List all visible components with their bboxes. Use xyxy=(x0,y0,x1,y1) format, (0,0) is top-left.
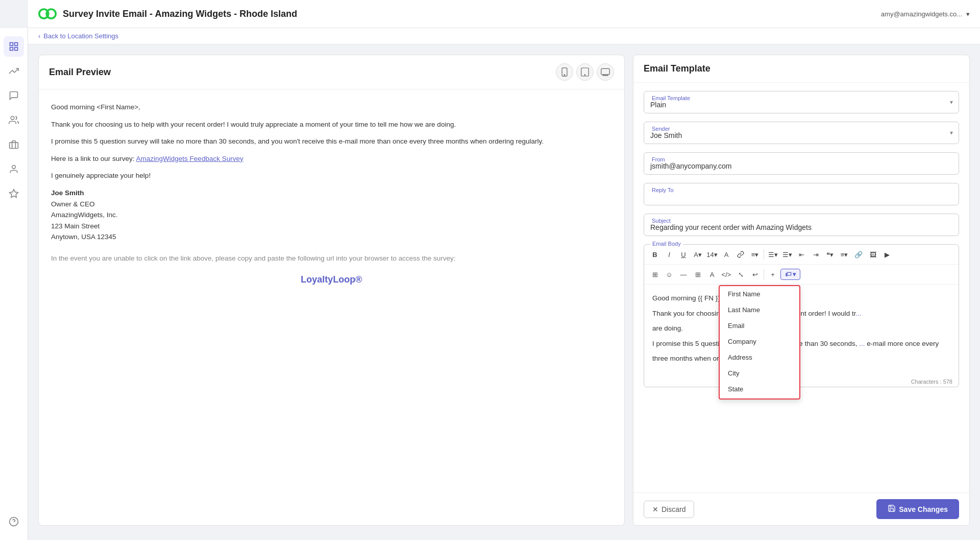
line-height-button[interactable]: ≡▾ xyxy=(838,248,851,261)
sidebar-item-analytics[interactable] xyxy=(4,61,24,81)
font-case-button[interactable]: A xyxy=(705,268,719,281)
svg-point-6 xyxy=(12,166,16,169)
undo-button[interactable]: ↩ xyxy=(748,268,762,281)
sidebar-item-briefcase[interactable] xyxy=(4,134,24,155)
chevron-down-icon: ▾ xyxy=(966,10,970,18)
reply-to-label: Reply To xyxy=(650,187,676,193)
email-para4: I genuinely appreciate your help! xyxy=(51,170,612,181)
sender-value: Joe Smith xyxy=(650,131,682,139)
indent-right-button[interactable]: ⇥ xyxy=(809,248,822,261)
blockquote-button[interactable]: ❝▾ xyxy=(823,248,837,261)
svg-point-15 xyxy=(584,75,585,76)
email-para3-prefix: Here is a link to our survey: xyxy=(51,155,136,162)
special-chars-button[interactable]: ⊞ xyxy=(691,268,704,281)
preview-icons xyxy=(556,63,614,81)
tag-icon: 🏷 xyxy=(785,271,791,278)
svg-point-4 xyxy=(11,116,14,120)
tag-state[interactable]: State xyxy=(720,381,799,397)
preview-panel-title: Email Preview xyxy=(49,67,111,78)
sender-select[interactable]: Joe Smith xyxy=(644,122,959,144)
email-greeting: Good morning <First Name>, xyxy=(51,102,612,113)
tag-email[interactable]: Email xyxy=(720,318,799,334)
breadcrumb-back-link[interactable]: Back to Location Settings xyxy=(43,32,118,40)
desktop-preview-button[interactable] xyxy=(597,63,614,81)
save-icon xyxy=(888,504,896,514)
user-email: amy@amazingwidgets.co... xyxy=(881,10,962,18)
toolbar-row-1: B I U A▾ 14▾ A ≡▾ ☰▾ ☰▾ ⇤ xyxy=(644,245,959,265)
highlight-button[interactable]: A xyxy=(720,248,733,261)
emoji-button[interactable]: ☺ xyxy=(663,268,676,281)
discard-button[interactable]: ✕ Discard xyxy=(644,501,694,518)
video-button[interactable]: ▶ xyxy=(880,248,894,261)
email-para2: I promise this 5 question survey will ta… xyxy=(51,136,612,147)
tag-sales-rep[interactable]: Sales Rep xyxy=(720,397,799,398)
email-para3: Here is a link to our survey: AmazingWid… xyxy=(51,153,612,165)
breadcrumb-bar: ‹ Back to Location Settings xyxy=(28,28,980,44)
tablet-preview-button[interactable] xyxy=(576,63,594,81)
sig-city: Anytown, USA 12345 xyxy=(51,233,116,241)
editor-content-area[interactable]: Good morning {{ FN }}, Thank you for cho… xyxy=(644,285,959,377)
tag-dropdown: First Name Last Name Email Company Addre… xyxy=(719,285,800,400)
italic-button[interactable]: I xyxy=(663,248,676,261)
fullscreen-button[interactable]: ⤡ xyxy=(734,268,747,281)
sidebar-item-campaigns[interactable] xyxy=(4,183,24,204)
align-button[interactable]: ≡▾ xyxy=(748,248,762,261)
topbar: Survey Invite Email - Amazing Widgets - … xyxy=(28,0,980,28)
code-button[interactable]: </> xyxy=(720,268,733,281)
font-color-button[interactable]: A▾ xyxy=(691,248,704,261)
font-size-button[interactable]: 14▾ xyxy=(705,248,719,261)
hr-button[interactable]: — xyxy=(677,268,690,281)
tag-insert-button[interactable]: 🏷 ▾ xyxy=(780,269,800,280)
tag-first-name[interactable]: First Name xyxy=(720,286,799,302)
mobile-preview-button[interactable] xyxy=(556,63,573,81)
underline-button[interactable]: U xyxy=(677,248,690,261)
x-icon: ✕ xyxy=(652,505,658,513)
save-changes-button[interactable]: Save Changes xyxy=(876,499,959,519)
sidebar-item-person[interactable] xyxy=(4,159,24,179)
email-body-label: Email Body xyxy=(650,241,683,247)
bold-button[interactable]: B xyxy=(648,248,662,261)
unordered-list-button[interactable]: ☰▾ xyxy=(780,248,794,261)
email-template-panel: Email Template Email Template Plain ▾ Se… xyxy=(633,55,970,526)
subject-label: Subject xyxy=(650,218,673,224)
email-para1: Thank you for choosing us to help with y… xyxy=(51,119,612,130)
template-panel-title: Email Template xyxy=(644,63,710,74)
subject-input[interactable] xyxy=(644,214,959,236)
hyperlink-button[interactable]: 🔗 xyxy=(852,248,865,261)
email-survey-link[interactable]: AmazingWidgets Feedback Survey xyxy=(136,155,243,162)
table-button[interactable]: ⊞ xyxy=(648,268,662,281)
template-panel-header: Email Template xyxy=(633,55,969,83)
ordered-list-button[interactable]: ☰▾ xyxy=(766,248,779,261)
email-signature: Joe Smith Owner & CEO AmazingWidgets, In… xyxy=(51,187,612,243)
template-form: Email Template Plain ▾ Sender Joe Smith … xyxy=(633,83,969,492)
sidebar-item-help[interactable] xyxy=(4,511,24,532)
sidebar-item-dashboard[interactable] xyxy=(4,36,24,57)
editor-line4: I promise this 5 question survey will ta… xyxy=(652,338,950,349)
toolbar-divider-2 xyxy=(764,269,764,279)
user-menu[interactable]: amy@amazingwidgets.co... ▾ xyxy=(881,10,970,18)
loyaltyloop-brand: LoyaltyLoop® xyxy=(51,272,612,287)
sig-company: AmazingWidgets, Inc. xyxy=(51,211,118,219)
email-preview-body: Good morning <First Name>, Thank you for… xyxy=(39,89,624,525)
tag-address[interactable]: Address xyxy=(720,349,799,365)
editor-line3: are doing. xyxy=(652,323,950,334)
email-template-select[interactable]: Plain xyxy=(644,91,959,113)
tag-city[interactable]: City xyxy=(720,365,799,381)
from-input[interactable] xyxy=(644,152,959,175)
add-button[interactable]: + xyxy=(766,268,779,281)
loyaltyloop-logo-text: LoyaltyLoop® xyxy=(301,272,362,287)
from-label: From xyxy=(650,156,667,162)
svg-point-13 xyxy=(564,75,565,76)
email-template-label: Email Template xyxy=(650,95,692,101)
sidebar-item-messages[interactable] xyxy=(4,85,24,106)
sidebar-item-contacts[interactable] xyxy=(4,110,24,130)
indent-left-button[interactable]: ⇤ xyxy=(795,248,808,261)
reply-to-input[interactable] xyxy=(644,183,959,205)
svg-rect-16 xyxy=(601,68,609,74)
sig-name: Joe Smith xyxy=(51,189,84,197)
image-button[interactable]: 🖼 xyxy=(866,248,879,261)
tag-last-name[interactable]: Last Name xyxy=(720,302,799,318)
link-button[interactable] xyxy=(734,248,747,261)
tag-company[interactable]: Company xyxy=(720,334,799,349)
bottom-bar: ✕ Discard Save Changes xyxy=(633,492,969,525)
